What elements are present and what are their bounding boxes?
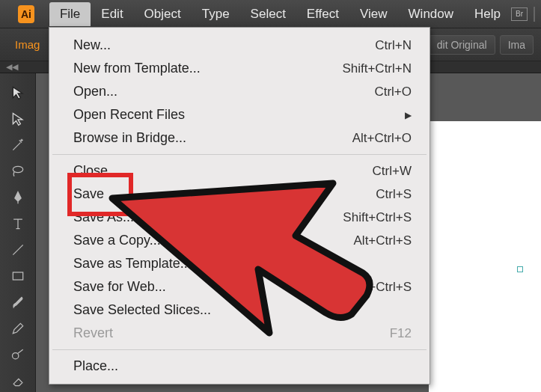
blob-brush-tool[interactable] (4, 343, 31, 366)
svg-point-0 (13, 166, 22, 172)
submenu-arrow-icon: ▶ (405, 110, 412, 120)
menu-save-as[interactable]: Save As...Shift+Ctrl+S (49, 206, 430, 229)
svg-rect-1 (13, 272, 22, 280)
selection-tool[interactable] (4, 81, 31, 104)
selection-handle[interactable] (517, 266, 523, 272)
pen-tool[interactable] (4, 186, 31, 209)
menu-separator (52, 349, 427, 350)
artboard (429, 121, 541, 392)
tools-panel (0, 73, 36, 392)
menu-window[interactable]: Window (398, 2, 464, 26)
menu-separator (52, 154, 427, 155)
paintbrush-tool[interactable] (4, 290, 31, 313)
file-menu-dropdown: New...Ctrl+N New from Template...Shift+C… (49, 27, 430, 385)
menubar: Ai File Edit Object Type Select Effect V… (0, 0, 541, 28)
svg-point-2 (12, 352, 18, 358)
image-panel-button[interactable]: Ima (500, 35, 534, 55)
menu-file[interactable]: File (49, 2, 91, 26)
type-tool[interactable] (4, 212, 31, 235)
control-left-label: Imag (7, 38, 40, 51)
menu-save[interactable]: SaveCtrl+S (49, 183, 430, 206)
pencil-tool[interactable] (4, 316, 31, 340)
rectangle-tool[interactable] (4, 264, 31, 287)
menu-type[interactable]: Type (192, 2, 240, 26)
menu-save-copy[interactable]: Save a Copy...Alt+Ctrl+S (49, 229, 430, 252)
edit-original-button[interactable]: dit Original (429, 35, 495, 55)
menu-save-template[interactable]: Save as Template... (49, 252, 430, 275)
menu-new-from-template[interactable]: New from Template...Shift+Ctrl+N (49, 57, 430, 80)
menu-object[interactable]: Object (134, 2, 192, 26)
menu-new[interactable]: New...Ctrl+N (49, 34, 430, 57)
collapse-icon: ◀◀ (6, 62, 18, 72)
menu-edit[interactable]: Edit (91, 2, 133, 26)
menu-open-recent[interactable]: Open Recent Files▶ (49, 103, 430, 126)
menu-save-slices[interactable]: Save Selected Slices... (49, 298, 430, 322)
menu-save-for-web[interactable]: Save for Web...Alt+Shift+Ctrl+S (49, 275, 430, 298)
app-logo: Ai (18, 5, 34, 23)
menu-select[interactable]: Select (240, 2, 296, 26)
menu-revert: RevertF12 (49, 322, 430, 345)
menu-effect[interactable]: Effect (296, 2, 349, 26)
direct-selection-tool[interactable] (4, 107, 31, 130)
menu-help[interactable]: Help (464, 2, 511, 26)
menu-place[interactable]: Place... (49, 355, 430, 378)
menu-browse-bridge[interactable]: Browse in Bridge...Alt+Ctrl+O (49, 126, 430, 150)
magic-wand-tool[interactable] (4, 133, 31, 156)
menu-close[interactable]: CloseCtrl+W (49, 159, 430, 183)
line-tool[interactable] (4, 238, 31, 261)
eraser-tool[interactable] (4, 369, 31, 392)
lasso-tool[interactable] (4, 159, 31, 183)
bridge-badge[interactable]: Br (511, 7, 528, 21)
menu-open[interactable]: Open...Ctrl+O (49, 80, 430, 103)
menu-view[interactable]: View (349, 2, 398, 26)
